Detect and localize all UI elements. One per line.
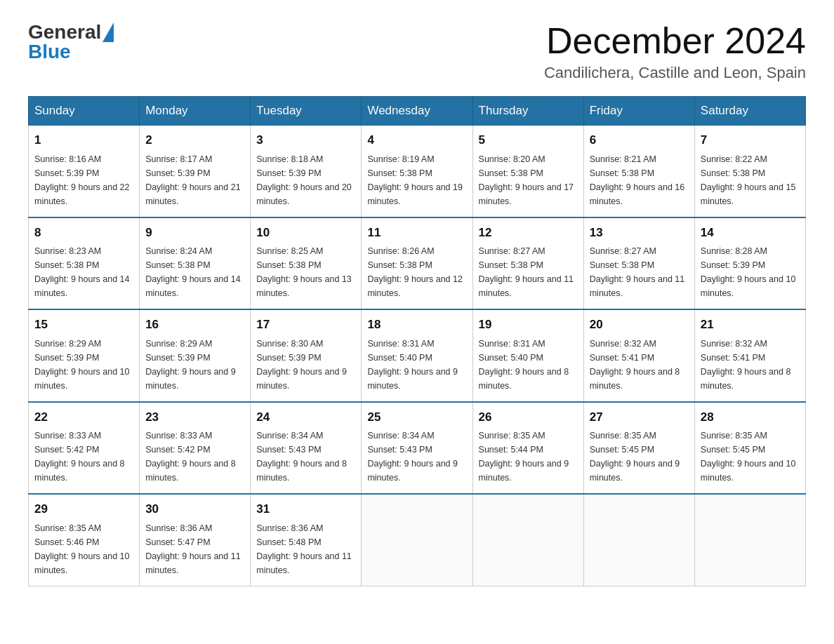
calendar-day-cell: 29Sunrise: 8:35 AMSunset: 5:46 PMDayligh…	[29, 494, 140, 586]
calendar-day-cell: 15Sunrise: 8:29 AMSunset: 5:39 PMDayligh…	[29, 309, 140, 402]
calendar-day-cell: 28Sunrise: 8:35 AMSunset: 5:45 PMDayligh…	[694, 402, 805, 495]
day-info: Sunrise: 8:35 AMSunset: 5:44 PMDaylight:…	[479, 429, 578, 485]
day-number: 21	[701, 316, 800, 334]
calendar-day-cell: 8Sunrise: 8:23 AMSunset: 5:38 PMDaylight…	[29, 217, 140, 310]
day-info: Sunrise: 8:32 AMSunset: 5:41 PMDaylight:…	[590, 337, 689, 393]
day-number: 25	[367, 408, 466, 427]
day-info: Sunrise: 8:34 AMSunset: 5:43 PMDaylight:…	[367, 429, 466, 485]
day-info: Sunrise: 8:27 AMSunset: 5:38 PMDaylight:…	[590, 244, 689, 300]
calendar-day-cell: 24Sunrise: 8:34 AMSunset: 5:43 PMDayligh…	[251, 402, 362, 495]
calendar-week-row: 29Sunrise: 8:35 AMSunset: 5:46 PMDayligh…	[29, 494, 806, 586]
calendar-week-row: 15Sunrise: 8:29 AMSunset: 5:39 PMDayligh…	[29, 309, 806, 402]
day-info: Sunrise: 8:18 AMSunset: 5:39 PMDaylight:…	[256, 152, 355, 208]
day-number: 31	[256, 500, 355, 518]
day-number: 13	[590, 224, 689, 242]
day-info: Sunrise: 8:36 AMSunset: 5:48 PMDaylight:…	[256, 521, 355, 577]
calendar-day-cell: 11Sunrise: 8:26 AMSunset: 5:38 PMDayligh…	[362, 217, 472, 310]
day-number: 26	[479, 408, 578, 427]
calendar-day-cell: 31Sunrise: 8:36 AMSunset: 5:48 PMDayligh…	[251, 494, 362, 586]
calendar-day-cell: 2Sunrise: 8:17 AMSunset: 5:39 PMDaylight…	[140, 126, 251, 217]
day-number: 11	[367, 224, 466, 242]
calendar-table: SundayMondayTuesdayWednesdayThursdayFrid…	[28, 96, 806, 586]
calendar-day-cell: 6Sunrise: 8:21 AMSunset: 5:38 PMDaylight…	[583, 126, 694, 217]
day-info: Sunrise: 8:35 AMSunset: 5:46 PMDaylight:…	[34, 521, 133, 577]
day-number: 8	[34, 224, 133, 242]
weekday-header-row: SundayMondayTuesdayWednesdayThursdayFrid…	[29, 97, 806, 126]
calendar-day-cell: 22Sunrise: 8:33 AMSunset: 5:42 PMDayligh…	[29, 402, 140, 495]
day-info: Sunrise: 8:16 AMSunset: 5:39 PMDaylight:…	[34, 152, 133, 208]
weekday-header-monday: Monday	[140, 97, 251, 126]
day-info: Sunrise: 8:29 AMSunset: 5:39 PMDaylight:…	[34, 337, 133, 393]
calendar-day-cell: 16Sunrise: 8:29 AMSunset: 5:39 PMDayligh…	[140, 309, 251, 402]
weekday-header-tuesday: Tuesday	[251, 97, 362, 126]
calendar-day-cell: 4Sunrise: 8:19 AMSunset: 5:38 PMDaylight…	[362, 126, 472, 217]
day-number: 4	[367, 131, 466, 149]
day-info: Sunrise: 8:33 AMSunset: 5:42 PMDaylight:…	[34, 429, 133, 485]
day-number: 23	[145, 408, 244, 427]
logo-triangle-icon	[102, 22, 114, 42]
calendar-day-cell	[694, 494, 805, 586]
logo-blue-text: Blue	[28, 41, 114, 63]
day-info: Sunrise: 8:20 AMSunset: 5:38 PMDaylight:…	[479, 152, 578, 208]
calendar-day-cell: 18Sunrise: 8:31 AMSunset: 5:40 PMDayligh…	[362, 309, 472, 402]
calendar-day-cell: 13Sunrise: 8:27 AMSunset: 5:38 PMDayligh…	[583, 217, 694, 310]
day-info: Sunrise: 8:33 AMSunset: 5:42 PMDaylight:…	[145, 429, 244, 485]
calendar-day-cell: 5Sunrise: 8:20 AMSunset: 5:38 PMDaylight…	[472, 126, 583, 217]
calendar-day-cell: 27Sunrise: 8:35 AMSunset: 5:45 PMDayligh…	[583, 402, 694, 495]
calendar-day-cell: 9Sunrise: 8:24 AMSunset: 5:38 PMDaylight…	[140, 217, 251, 310]
calendar-week-row: 22Sunrise: 8:33 AMSunset: 5:42 PMDayligh…	[29, 402, 806, 495]
calendar-day-cell: 25Sunrise: 8:34 AMSunset: 5:43 PMDayligh…	[362, 402, 472, 495]
calendar-week-row: 1Sunrise: 8:16 AMSunset: 5:39 PMDaylight…	[29, 126, 806, 217]
location-title: Candilichera, Castille and Leon, Spain	[544, 64, 806, 82]
day-info: Sunrise: 8:26 AMSunset: 5:38 PMDaylight:…	[367, 244, 466, 300]
calendar-day-cell: 19Sunrise: 8:31 AMSunset: 5:40 PMDayligh…	[472, 309, 583, 402]
month-title: December 2024	[544, 21, 806, 61]
day-number: 17	[256, 316, 355, 334]
day-number: 20	[590, 316, 689, 334]
calendar-week-row: 8Sunrise: 8:23 AMSunset: 5:38 PMDaylight…	[29, 217, 806, 310]
day-number: 16	[145, 316, 244, 334]
calendar-day-cell: 30Sunrise: 8:36 AMSunset: 5:47 PMDayligh…	[140, 494, 251, 586]
day-number: 7	[701, 131, 800, 149]
day-number: 15	[34, 316, 133, 334]
day-info: Sunrise: 8:27 AMSunset: 5:38 PMDaylight:…	[479, 244, 578, 300]
weekday-header-wednesday: Wednesday	[362, 97, 472, 126]
day-info: Sunrise: 8:24 AMSunset: 5:38 PMDaylight:…	[145, 244, 244, 300]
day-number: 18	[367, 316, 466, 334]
calendar-day-cell: 10Sunrise: 8:25 AMSunset: 5:38 PMDayligh…	[251, 217, 362, 310]
day-number: 2	[145, 131, 244, 149]
day-number: 29	[34, 500, 133, 518]
day-number: 5	[479, 131, 578, 149]
day-number: 10	[256, 224, 355, 242]
day-number: 14	[701, 224, 800, 242]
day-info: Sunrise: 8:19 AMSunset: 5:38 PMDaylight:…	[367, 152, 466, 208]
calendar-day-cell: 1Sunrise: 8:16 AMSunset: 5:39 PMDaylight…	[29, 126, 140, 217]
day-number: 22	[34, 408, 133, 427]
day-number: 30	[145, 500, 244, 518]
calendar-day-cell: 17Sunrise: 8:30 AMSunset: 5:39 PMDayligh…	[251, 309, 362, 402]
day-number: 12	[479, 224, 578, 242]
page-header: General Blue December 2024 Candilichera,…	[28, 21, 806, 82]
day-info: Sunrise: 8:17 AMSunset: 5:39 PMDaylight:…	[145, 152, 244, 208]
day-number: 24	[256, 408, 355, 427]
day-info: Sunrise: 8:23 AMSunset: 5:38 PMDaylight:…	[34, 244, 133, 300]
day-info: Sunrise: 8:28 AMSunset: 5:39 PMDaylight:…	[701, 244, 800, 300]
calendar-day-cell: 26Sunrise: 8:35 AMSunset: 5:44 PMDayligh…	[472, 402, 583, 495]
day-number: 19	[479, 316, 578, 334]
weekday-header-thursday: Thursday	[472, 97, 583, 126]
day-info: Sunrise: 8:31 AMSunset: 5:40 PMDaylight:…	[367, 337, 466, 393]
day-info: Sunrise: 8:35 AMSunset: 5:45 PMDaylight:…	[590, 429, 689, 485]
title-block: December 2024 Candilichera, Castille and…	[544, 21, 806, 82]
day-info: Sunrise: 8:35 AMSunset: 5:45 PMDaylight:…	[701, 429, 800, 485]
calendar-day-cell: 14Sunrise: 8:28 AMSunset: 5:39 PMDayligh…	[694, 217, 805, 310]
day-info: Sunrise: 8:31 AMSunset: 5:40 PMDaylight:…	[479, 337, 578, 393]
day-info: Sunrise: 8:21 AMSunset: 5:38 PMDaylight:…	[590, 152, 689, 208]
calendar-day-cell: 23Sunrise: 8:33 AMSunset: 5:42 PMDayligh…	[140, 402, 251, 495]
calendar-day-cell: 7Sunrise: 8:22 AMSunset: 5:38 PMDaylight…	[694, 126, 805, 217]
day-number: 9	[145, 224, 244, 242]
day-info: Sunrise: 8:36 AMSunset: 5:47 PMDaylight:…	[145, 521, 244, 577]
calendar-day-cell: 21Sunrise: 8:32 AMSunset: 5:41 PMDayligh…	[694, 309, 805, 402]
calendar-day-cell	[583, 494, 694, 586]
weekday-header-friday: Friday	[583, 97, 694, 126]
day-info: Sunrise: 8:29 AMSunset: 5:39 PMDaylight:…	[145, 337, 244, 393]
